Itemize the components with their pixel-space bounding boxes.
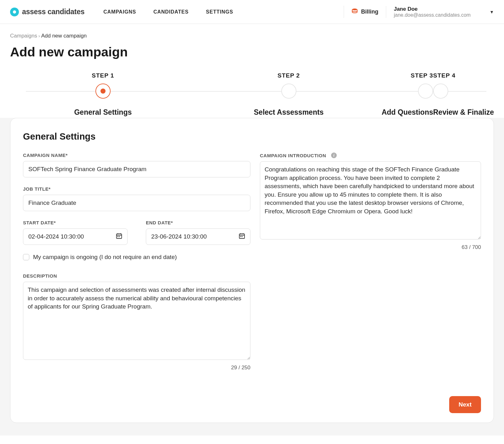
user-info: Jane Doe jane.doe@assess.candidates.com	[394, 6, 471, 18]
step-title: Review & Finalize	[433, 108, 494, 117]
user-email: jane.doe@assess.candidates.com	[394, 12, 471, 18]
intro-label: CAMPAIGN INTRODUCTION i	[260, 153, 481, 158]
ongoing-checkbox-label: My campaign is ongoing (I do not require…	[33, 254, 177, 261]
billing-icon	[352, 8, 358, 15]
billing-link[interactable]: Billing	[344, 6, 386, 18]
end-date-input[interactable]	[146, 228, 250, 245]
card-title: General Settings	[23, 131, 481, 142]
step-1[interactable]: STEP 1 General Settings	[10, 72, 196, 117]
step-4[interactable]: STEP 4 Review & Finalize	[433, 72, 494, 117]
lower-background: General Settings CAMPAIGN NAME* JOB TITL…	[0, 118, 504, 435]
nav-campaigns[interactable]: CAMPAIGNS	[103, 9, 136, 15]
step-3[interactable]: STEP 3 Add Questions	[381, 72, 433, 117]
campaign-name-input[interactable]	[23, 161, 250, 177]
stepper: STEP 1 General Settings STEP 2 Select As…	[10, 72, 494, 117]
step-number: STEP 3	[411, 72, 433, 79]
step-circle-icon	[95, 84, 111, 99]
start-date-input[interactable]	[23, 228, 128, 245]
campaign-name-label: CAMPAIGN NAME*	[23, 153, 250, 158]
step-number: STEP 2	[278, 72, 300, 79]
job-title-label: JOB TITLE*	[23, 186, 250, 192]
brand-name: assess candidates	[22, 8, 84, 16]
step-circle-icon	[433, 84, 448, 99]
header-right: Billing Jane Doe jane.doe@assess.candida…	[344, 6, 494, 18]
description-counter: 29 / 250	[23, 365, 250, 371]
description-label: DESCRIPTION	[23, 273, 250, 279]
step-circle-icon	[418, 84, 433, 99]
step-title: General Settings	[74, 108, 132, 117]
info-icon[interactable]: i	[331, 153, 337, 158]
content-area: Campaigns › Add new campaign Add new cam…	[0, 24, 504, 117]
nav-candidates[interactable]: CANDIDATES	[153, 9, 189, 15]
job-title-input[interactable]	[23, 195, 250, 211]
page-title: Add new campaign	[10, 45, 494, 60]
start-date-label: START DATE*	[23, 220, 128, 225]
general-settings-card: General Settings CAMPAIGN NAME* JOB TITL…	[10, 118, 494, 423]
next-button[interactable]: Next	[449, 396, 481, 413]
chevron-right-icon: ›	[38, 33, 40, 38]
breadcrumb: Campaigns › Add new campaign	[10, 33, 494, 39]
brand-icon	[10, 8, 19, 16]
user-menu[interactable]: Jane Doe jane.doe@assess.candidates.com …	[386, 6, 494, 18]
ongoing-checkbox[interactable]	[23, 254, 29, 260]
intro-label-text: CAMPAIGN INTRODUCTION	[260, 153, 326, 158]
step-2[interactable]: STEP 2 Select Assessments	[196, 72, 382, 117]
svg-point-0	[352, 9, 357, 10]
description-textarea[interactable]	[23, 282, 250, 360]
step-circle-icon	[281, 84, 296, 99]
billing-label: Billing	[361, 9, 378, 15]
step-title: Add Questions	[381, 108, 433, 117]
app-header: assess candidates CAMPAIGNS CANDIDATES S…	[0, 0, 504, 24]
breadcrumb-current: Add new campaign	[41, 33, 87, 39]
chevron-down-icon: ▼	[490, 9, 494, 14]
form-right-column: CAMPAIGN INTRODUCTION i 63 / 700	[260, 153, 481, 371]
step-number: STEP 4	[433, 72, 494, 79]
step-number: STEP 1	[92, 72, 114, 79]
nav-settings[interactable]: SETTINGS	[206, 9, 233, 15]
brand-logo[interactable]: assess candidates	[10, 8, 84, 16]
form-left-column: CAMPAIGN NAME* JOB TITLE* START DATE*	[23, 153, 250, 371]
ongoing-checkbox-row[interactable]: My campaign is ongoing (I do not require…	[23, 254, 250, 261]
user-name: Jane Doe	[394, 6, 471, 12]
breadcrumb-root[interactable]: Campaigns	[10, 33, 37, 39]
top-nav: CAMPAIGNS CANDIDATES SETTINGS	[103, 9, 233, 15]
end-date-label: END DATE*	[146, 220, 250, 225]
intro-counter: 63 / 700	[260, 244, 481, 251]
intro-textarea[interactable]	[260, 161, 481, 239]
step-title: Select Assessments	[254, 108, 324, 117]
